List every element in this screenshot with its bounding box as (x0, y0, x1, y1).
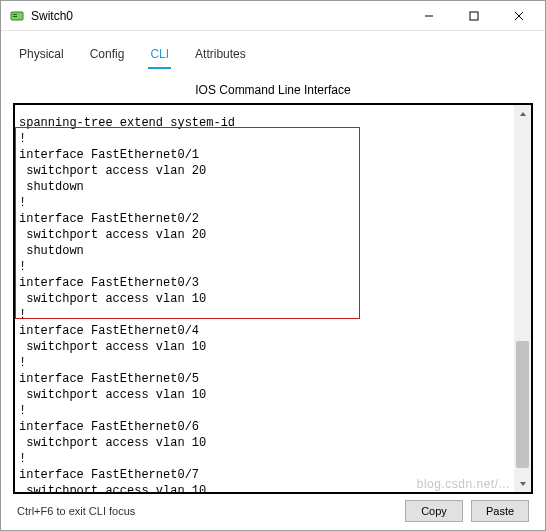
terminal-line: interface FastEthernet0/1 (19, 147, 510, 163)
terminal-line: ! (19, 355, 510, 371)
terminal-line: interface FastEthernet0/5 (19, 371, 510, 387)
terminal-line: interface FastEthernet0/2 (19, 211, 510, 227)
terminal-line: switchport access vlan 10 (19, 483, 510, 492)
window-controls (406, 1, 541, 30)
terminal-line: switchport access vlan 20 (19, 227, 510, 243)
svg-rect-4 (470, 12, 478, 20)
window-title: Switch0 (31, 9, 406, 23)
minimize-button[interactable] (406, 1, 451, 30)
terminal-line: ! (19, 451, 510, 467)
close-button[interactable] (496, 1, 541, 30)
terminal-line: ! (19, 131, 510, 147)
terminal-line: switchport access vlan 10 (19, 291, 510, 307)
terminal-line: ! (19, 403, 510, 419)
tab-cli[interactable]: CLI (148, 43, 171, 69)
cli-heading: IOS Command Line Interface (13, 83, 533, 97)
scroll-down-button[interactable] (514, 475, 531, 492)
terminal-container: spanning-tree extend system-id!interface… (13, 103, 533, 494)
app-icon (9, 8, 25, 24)
terminal-line: ! (19, 195, 510, 211)
svg-marker-8 (520, 482, 526, 486)
titlebar: Switch0 (1, 1, 545, 31)
terminal-line: interface FastEthernet0/6 (19, 419, 510, 435)
status-bar: Ctrl+F6 to exit CLI focus Copy Paste (13, 494, 533, 524)
status-text: Ctrl+F6 to exit CLI focus (17, 505, 397, 517)
terminal-line: interface FastEthernet0/4 (19, 323, 510, 339)
content-area: Physical Config CLI Attributes IOS Comma… (1, 31, 545, 530)
terminal-line: shutdown (19, 243, 510, 259)
svg-rect-1 (13, 14, 17, 15)
terminal-line: switchport access vlan 10 (19, 435, 510, 451)
terminal-line: shutdown (19, 179, 510, 195)
terminal-line: switchport access vlan 10 (19, 387, 510, 403)
scroll-thumb[interactable] (516, 341, 529, 468)
terminal-line: ! (19, 307, 510, 323)
tab-attributes[interactable]: Attributes (193, 43, 248, 69)
tab-config[interactable]: Config (88, 43, 127, 69)
svg-rect-2 (13, 16, 17, 17)
copy-button[interactable]: Copy (405, 500, 463, 522)
svg-marker-7 (520, 112, 526, 116)
scroll-track[interactable] (514, 122, 531, 475)
tab-bar: Physical Config CLI Attributes (13, 41, 533, 69)
terminal-output[interactable]: spanning-tree extend system-id!interface… (15, 105, 514, 492)
terminal-line: interface FastEthernet0/3 (19, 275, 510, 291)
terminal-line: switchport access vlan 10 (19, 339, 510, 355)
terminal-line: ! (19, 259, 510, 275)
scroll-up-button[interactable] (514, 105, 531, 122)
tab-physical[interactable]: Physical (17, 43, 66, 69)
app-window: Switch0 Physical Config CLI Attributes I… (0, 0, 546, 531)
vertical-scrollbar[interactable] (514, 105, 531, 492)
terminal-line: interface FastEthernet0/7 (19, 467, 510, 483)
terminal-line: spanning-tree extend system-id (19, 115, 510, 131)
paste-button[interactable]: Paste (471, 500, 529, 522)
maximize-button[interactable] (451, 1, 496, 30)
terminal-line: switchport access vlan 20 (19, 163, 510, 179)
